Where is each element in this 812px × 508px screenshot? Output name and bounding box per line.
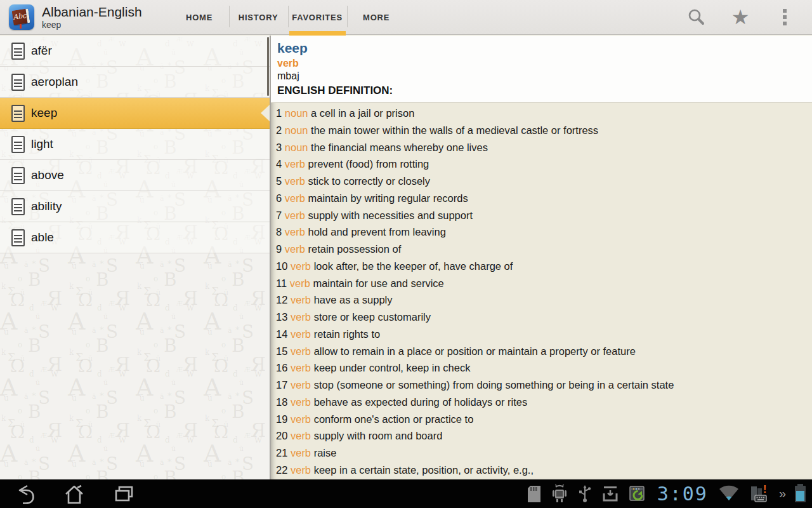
word-list-item[interactable]: light — [0, 129, 270, 160]
word-list-item[interactable]: afër — [0, 36, 270, 67]
word-label: light — [31, 137, 53, 151]
word-label: able — [31, 231, 54, 244]
sense-row: 3 noun the financial means whereby one l… — [276, 139, 812, 156]
sense-number: 10 — [276, 260, 287, 272]
sense-row: 17 verb stop (someone or something) from… — [276, 377, 812, 394]
sense-number: 20 — [276, 430, 287, 441]
sense-pos: verb — [291, 413, 311, 425]
expand-chevrons-icon[interactable]: » — [779, 479, 786, 508]
sense-text: prevent (food) from rotting — [308, 158, 429, 170]
wifi-icon[interactable] — [718, 485, 740, 503]
favorite-button[interactable]: ★ — [730, 6, 751, 28]
sense-row: 12 verb have as a supply — [276, 291, 812, 309]
entry-header: keep verb mbaj ENGLISH DEFINITION: — [271, 36, 812, 103]
sense-text: maintain for use and service — [313, 277, 443, 289]
sense-list: 1 noun a cell in a jail or prison2 noun … — [271, 103, 812, 479]
sense-pos: verb — [291, 430, 311, 441]
sense-text: maintain by writing regular records — [308, 192, 468, 204]
back-button[interactable] — [0, 479, 49, 508]
sense-number: 19 — [276, 413, 287, 425]
sense-row: 11 verb maintain for use and service — [276, 275, 812, 292]
sense-text: raise — [314, 447, 337, 458]
dictionary-book-icon: Abc — [12, 8, 30, 25]
sense-row: 13 verb store or keep customarily — [276, 309, 812, 326]
sense-row: 18 verb behave as expected during of hol… — [276, 394, 812, 411]
sd-card-icon[interactable] — [527, 485, 542, 504]
sense-text: retain rights to — [314, 328, 381, 340]
status-clock[interactable]: 3:09 — [657, 479, 708, 508]
sense-number: 9 — [276, 243, 282, 255]
sense-row: 6 verb maintain by writing regular recor… — [276, 190, 812, 207]
sense-pos: verb — [285, 210, 305, 221]
app-title: Albanian-English — [42, 4, 142, 20]
download-tray-icon[interactable] — [601, 485, 619, 504]
tab-more[interactable]: MORE — [347, 0, 406, 35]
sense-row: 7 verb supply with necessities and suppo… — [276, 207, 812, 224]
sense-number: 12 — [276, 294, 287, 305]
word-label: keep — [31, 106, 57, 120]
sense-pos: verb — [291, 345, 311, 357]
tab-favorites[interactable]: FAVORITES — [288, 0, 347, 35]
tab-home[interactable]: HOME — [170, 0, 229, 35]
sense-text: keep under control, keep in check — [314, 362, 471, 373]
keyboard-alert-icon[interactable]: ! — [749, 484, 770, 504]
word-list-item[interactable]: able — [0, 222, 270, 253]
word-list-item[interactable]: aeroplan — [0, 67, 270, 98]
sense-pos: verb — [291, 260, 311, 272]
definition-panel: keep verb mbaj ENGLISH DEFINITION: 1 nou… — [270, 36, 812, 479]
search-button[interactable] — [685, 6, 707, 28]
word-label: ability — [31, 199, 62, 213]
sense-number: 6 — [276, 192, 282, 204]
overflow-menu-button[interactable] — [774, 6, 796, 28]
usb-connected-icon[interactable] — [577, 485, 593, 504]
app-icon[interactable]: Abc — [9, 4, 34, 30]
sense-row: 20 verb supply with room and board — [276, 427, 812, 444]
sense-row: 1 noun a cell in a jail or prison — [276, 105, 812, 122]
battery-level — [796, 491, 804, 500]
sense-text: supply with necessities and support — [308, 210, 473, 221]
sense-text: hold and prevent from leaving — [308, 226, 445, 237]
document-icon — [11, 105, 25, 122]
tab-history[interactable]: HISTORY — [229, 0, 288, 35]
sense-row: 16 verb keep under control, keep in chec… — [276, 359, 812, 377]
sense-pos: verb — [290, 277, 310, 289]
action-bar: Abc Albanian-English keep HOME HISTORY F… — [0, 0, 812, 35]
sense-pos: verb — [291, 328, 311, 340]
sense-row: 10 verb look after, be the keeper of, ha… — [276, 258, 812, 275]
word-label: aeroplan — [31, 75, 78, 89]
sense-pos: verb — [291, 396, 311, 408]
back-icon — [12, 481, 37, 507]
word-list-item[interactable]: ability — [0, 191, 270, 222]
home-button[interactable] — [49, 479, 99, 508]
battery-icon[interactable] — [795, 486, 806, 502]
sense-row: 22 verb keep in a certain state, positio… — [276, 462, 812, 479]
sense-row: 4 verb prevent (food) from rotting — [276, 156, 812, 173]
word-list-item[interactable]: above — [0, 160, 270, 191]
sense-pos: noun — [285, 107, 308, 119]
sense-pos: verb — [291, 447, 311, 458]
sense-number: 15 — [276, 345, 287, 357]
usb-debugging-icon[interactable] — [551, 485, 568, 504]
word-list: afër aeroplan keep light above ability a… — [0, 36, 270, 253]
word-list-item[interactable]: keep — [0, 98, 270, 129]
entry-part-of-speech: verb — [277, 57, 812, 70]
sense-pos: verb — [291, 294, 311, 305]
sense-text: behave as expected during of holidays or… — [314, 396, 528, 408]
main-body: AdÆwūā*SūoBkΣūΩЯAdÆwūā*SūoBkΣūΩЯAdÆwūā*S… — [0, 36, 812, 479]
sense-pos: verb — [285, 175, 305, 187]
sense-number: 4 — [276, 158, 282, 170]
sense-pos: verb — [291, 464, 311, 476]
search-icon — [686, 8, 705, 27]
sense-row: 19 verb conform one's action or practice… — [276, 411, 812, 428]
sense-number: 14 — [276, 328, 287, 340]
status-cluster: 3:09 ! » — [527, 479, 812, 508]
sense-number: 16 — [276, 362, 287, 373]
sense-number: 2 — [276, 124, 282, 136]
sense-number: 7 — [276, 210, 282, 221]
sense-number: 1 — [276, 107, 282, 119]
screenshot-sync-icon[interactable] — [628, 485, 647, 504]
recents-button[interactable] — [99, 479, 148, 508]
sense-number: 18 — [276, 396, 287, 408]
sense-row: 14 verb retain rights to — [276, 326, 812, 343]
list-scrollbar[interactable] — [267, 37, 269, 96]
